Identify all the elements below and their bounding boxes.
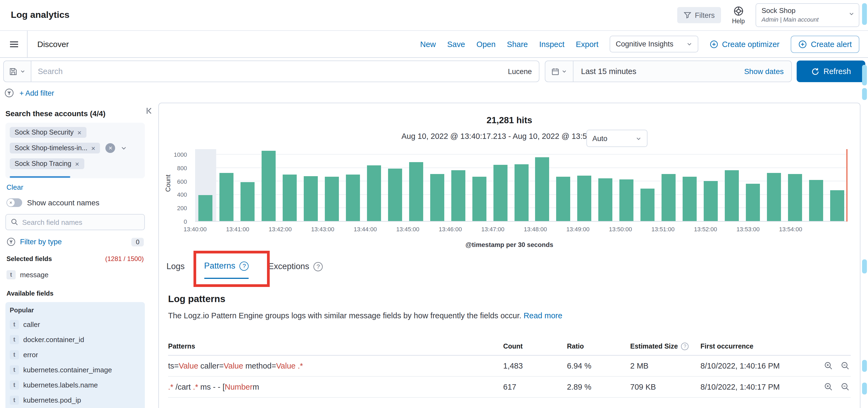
cognitive-insights-dropdown[interactable]: Cognitive Insights	[610, 36, 698, 53]
clear-all-accounts-icon[interactable]	[106, 143, 115, 153]
show-account-names-toggle[interactable]	[6, 198, 22, 207]
remove-tag-icon[interactable]	[91, 145, 95, 152]
histogram-slot[interactable]	[384, 149, 406, 221]
saved-query-button[interactable]	[3, 61, 31, 82]
histogram-slot[interactable]	[279, 149, 301, 221]
histogram-slot[interactable]	[195, 149, 216, 221]
tab-logs[interactable]: Logs	[166, 260, 185, 279]
create-alert-button[interactable]: Create alert	[791, 35, 859, 53]
histogram-bar[interactable]	[346, 175, 360, 221]
histogram-slot[interactable]	[784, 149, 806, 221]
histogram-bar[interactable]	[367, 165, 381, 221]
histogram-slot[interactable]	[321, 149, 342, 221]
histogram-bar[interactable]	[220, 172, 234, 221]
histogram-bar[interactable]	[683, 177, 697, 221]
histogram-bar[interactable]	[430, 174, 444, 221]
field-item[interactable]: tcaller	[9, 317, 142, 332]
histogram-bar[interactable]	[830, 190, 844, 221]
histogram-bar[interactable]	[325, 177, 339, 221]
histogram-bar[interactable]	[809, 180, 823, 221]
toolbar-link-share[interactable]: Share	[507, 40, 528, 49]
histogram-bar[interactable]	[388, 169, 402, 221]
zoom-out-icon[interactable]	[841, 362, 849, 370]
histogram-slot[interactable]	[216, 149, 237, 221]
histogram-slot[interactable]	[490, 149, 511, 221]
histogram-slot[interactable]	[532, 149, 553, 221]
histogram-bar[interactable]	[409, 162, 423, 221]
histogram-slot[interactable]	[342, 149, 364, 221]
histogram-slot[interactable]	[764, 149, 784, 221]
expand-accounts-chevron-icon[interactable]	[121, 145, 127, 151]
zoom-out-icon[interactable]	[841, 383, 849, 391]
histogram-bar[interactable]	[535, 157, 549, 221]
question-circle-icon[interactable]	[313, 262, 323, 271]
create-optimizer-link[interactable]: Create optimizer	[710, 40, 780, 49]
histogram-bar[interactable]	[451, 170, 465, 221]
histogram-slot[interactable]	[258, 149, 279, 221]
field-search-input[interactable]	[22, 218, 140, 226]
histogram-slot[interactable]	[237, 149, 258, 221]
histogram-slot[interactable]	[616, 149, 637, 221]
field-item[interactable]: tkubernetes.pod_ip	[9, 392, 142, 407]
histogram-slot[interactable]	[511, 149, 532, 221]
histogram-bar[interactable]	[767, 172, 781, 221]
toolbar-link-open[interactable]: Open	[476, 40, 496, 49]
filter-by-type[interactable]: Filter by type 0	[6, 237, 144, 246]
add-filter-link[interactable]: + Add filter	[20, 89, 54, 97]
filter-scope-icon[interactable]	[4, 88, 14, 98]
info-circle-icon[interactable]	[681, 343, 688, 350]
histogram-bar[interactable]	[619, 180, 633, 221]
histogram-bar[interactable]	[788, 174, 802, 221]
histogram-slot[interactable]	[679, 149, 700, 221]
histogram-slot[interactable]	[637, 149, 658, 221]
histogram-bar[interactable]	[304, 176, 318, 221]
field-item[interactable]: t message	[5, 267, 145, 282]
histogram-slot[interactable]	[700, 149, 721, 221]
histogram-bar[interactable]	[725, 170, 739, 221]
zoom-in-icon[interactable]	[824, 383, 833, 391]
toolbar-link-export[interactable]: Export	[576, 40, 598, 49]
account-tag[interactable]: Sock Shop Security	[10, 127, 86, 138]
time-range-value[interactable]: Last 15 minutes	[581, 67, 637, 76]
remove-tag-icon[interactable]	[75, 160, 79, 167]
query-language-switcher[interactable]: Lucene	[508, 67, 532, 75]
histogram-slot[interactable]	[300, 149, 321, 221]
read-more-link[interactable]: Read more	[523, 311, 562, 320]
histogram-slot[interactable]	[427, 149, 448, 221]
histogram-bar[interactable]	[493, 165, 507, 221]
pattern-row[interactable]: ts=Value caller=Value method=Value .* 1,…	[168, 355, 851, 377]
histogram-slot[interactable]	[469, 149, 490, 221]
account-tag[interactable]: Sock Shop Tracing	[10, 158, 84, 169]
histogram-bar[interactable]	[514, 164, 528, 221]
histogram-bar[interactable]	[241, 182, 255, 221]
histogram-slot[interactable]	[406, 149, 427, 221]
show-dates-link[interactable]: Show dates	[744, 67, 784, 76]
refresh-button[interactable]: Refresh	[797, 61, 865, 82]
histogram-bar[interactable]	[198, 195, 213, 221]
histogram-slot[interactable]	[595, 149, 616, 221]
field-item[interactable]: terror	[9, 347, 142, 362]
zoom-in-icon[interactable]	[824, 362, 833, 370]
search-input[interactable]	[31, 61, 539, 82]
histogram-slot[interactable]	[553, 149, 574, 221]
field-item[interactable]: tdocker.container_id	[9, 332, 142, 347]
histogram-slot[interactable]	[574, 149, 595, 221]
histogram-bar[interactable]	[283, 175, 297, 221]
histogram-bar[interactable]	[556, 177, 570, 221]
histogram-bar[interactable]	[661, 174, 676, 221]
histogram-bar[interactable]	[704, 181, 718, 221]
field-item[interactable]: tkubernetes.labels.name	[9, 377, 142, 392]
histogram-slot[interactable]	[721, 149, 742, 221]
account-tag[interactable]: Sock Shop-timeless-in...	[10, 143, 100, 154]
clear-accounts-link[interactable]: Clear	[6, 183, 23, 191]
histogram-bar[interactable]	[578, 175, 592, 221]
hamburger-menu-icon[interactable]	[9, 39, 20, 50]
histogram-bar[interactable]	[641, 189, 654, 221]
pattern-row[interactable]: .* /cart .* ms - - [Numberm 617 2.89 % 7…	[168, 377, 851, 398]
remove-tag-icon[interactable]	[77, 129, 81, 136]
tab-exceptions[interactable]: Exceptions	[268, 260, 323, 279]
histogram-slot[interactable]	[742, 149, 764, 221]
help-button[interactable]: Help	[732, 6, 745, 24]
collapse-sidebar-icon[interactable]	[145, 106, 154, 115]
toolbar-link-new[interactable]: New	[420, 40, 436, 49]
